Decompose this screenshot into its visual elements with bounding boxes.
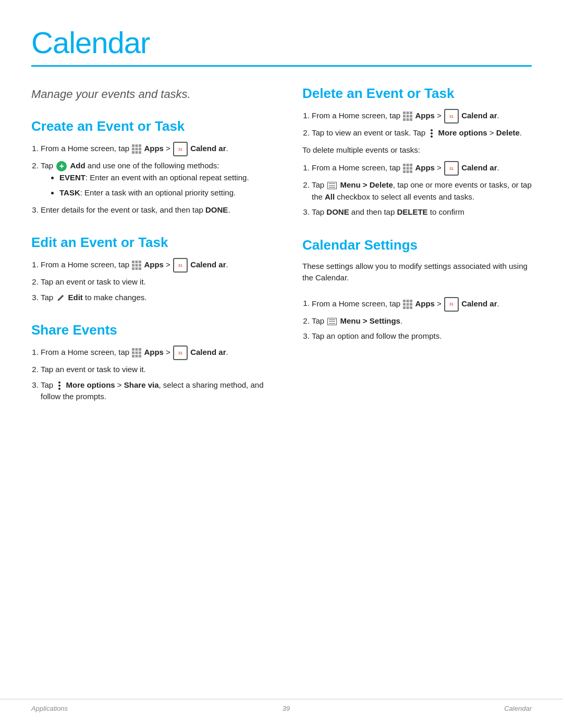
- edit-section: Edit an Event or Task From a Home screen…: [31, 235, 271, 303]
- share-steps-list: From a Home screen, tap App: [41, 346, 271, 403]
- apps-icon-6: [403, 300, 412, 309]
- svg-rect-7: [136, 151, 138, 154]
- svg-rect-9: [132, 261, 134, 263]
- apps-icon-2: [132, 261, 141, 270]
- create-step-3: Enter details for the event or task, and…: [41, 204, 271, 216]
- svg-rect-10: [136, 261, 138, 263]
- svg-rect-19: [136, 348, 138, 351]
- svg-rect-41: [410, 167, 412, 170]
- calendar-label-3: Calend ar: [190, 348, 226, 356]
- svg-rect-13: [136, 264, 138, 267]
- svg-rect-42: [403, 170, 406, 173]
- delete-steps-multiple: From a Home screen, tap App: [312, 161, 532, 218]
- apps-label-2: Apps: [144, 260, 164, 269]
- svg-rect-34: [407, 118, 409, 121]
- svg-rect-33: [403, 118, 406, 121]
- settings-step-2: Tap Menu > Settings.: [312, 315, 532, 327]
- create-step-2: Tap + Add and use one of the following m…: [41, 160, 271, 199]
- svg-rect-8: [139, 151, 141, 154]
- share-section: Share Events From a Home screen, tap: [31, 322, 271, 403]
- svg-rect-51: [403, 306, 406, 309]
- settings-section-title: Calendar Settings: [302, 237, 532, 253]
- svg-rect-35: [410, 118, 412, 121]
- svg-rect-23: [139, 352, 141, 354]
- svg-rect-3: [132, 148, 134, 151]
- share-step-1: From a Home screen, tap App: [41, 346, 271, 360]
- svg-rect-4: [136, 148, 138, 151]
- share-step-2: Tap an event or task to view it.: [41, 364, 271, 376]
- create-bullet-task: TASK: Enter a task with an optional prio…: [59, 187, 271, 199]
- apps-label: Apps: [144, 144, 164, 153]
- svg-rect-11: [139, 261, 141, 263]
- svg-rect-46: [407, 300, 409, 302]
- calendar-icon-6: 31: [444, 297, 459, 312]
- svg-rect-14: [139, 264, 141, 267]
- svg-rect-47: [410, 300, 412, 302]
- footer: Applications 39 Calendar: [0, 699, 563, 712]
- settings-steps-list: From a Home screen, tap App: [312, 297, 532, 342]
- menu-icon-delete: [327, 182, 337, 189]
- svg-rect-40: [407, 167, 409, 170]
- page: Calendar Manage your events and tasks. C…: [0, 0, 563, 728]
- svg-rect-17: [139, 267, 141, 270]
- calendar-icon-4: 31: [444, 109, 459, 124]
- svg-rect-25: [136, 355, 138, 357]
- delete-multi-step-1: From a Home screen, tap App: [312, 161, 532, 176]
- footer-center: 39: [282, 705, 289, 712]
- svg-rect-37: [407, 164, 409, 166]
- apps-icon-4: [403, 112, 412, 121]
- delete-section: Delete an Event or Task From a Home scre…: [302, 85, 532, 218]
- create-step-1: From a Home screen, tap App: [41, 142, 271, 156]
- svg-rect-43: [407, 170, 409, 173]
- apps-icon-3: [132, 348, 141, 357]
- svg-rect-45: [403, 300, 406, 302]
- settings-step-1: From a Home screen, tap App: [312, 297, 532, 312]
- svg-rect-36: [403, 164, 406, 166]
- svg-rect-24: [132, 355, 134, 357]
- share-section-title: Share Events: [31, 322, 271, 338]
- svg-rect-2: [139, 144, 141, 147]
- share-step-3: Tap More options > Share via, select a s…: [41, 379, 271, 403]
- more-options-icon-share: [56, 381, 63, 390]
- apps-icon: [132, 144, 141, 154]
- settings-description: These settings allow you to modify setti…: [302, 261, 532, 284]
- title-divider: [31, 65, 532, 67]
- page-title: Calendar: [31, 25, 532, 60]
- svg-rect-28: [407, 112, 409, 114]
- create-section-title: Create an Event or Task: [31, 118, 271, 134]
- calendar-icon-3: 31: [173, 346, 188, 360]
- add-label: Add: [70, 161, 85, 170]
- create-steps-list: From a Home screen, tap App: [41, 142, 271, 216]
- delete-section-title: Delete an Event or Task: [302, 85, 532, 102]
- svg-rect-39: [403, 167, 406, 170]
- svg-rect-0: [132, 144, 134, 147]
- create-bullet-event: EVENT: Enter an event with an optional r…: [59, 172, 271, 184]
- more-options-icon-delete: [428, 129, 435, 138]
- delete-multiple-note: To delete multiple events or tasks:: [302, 144, 532, 156]
- edit-steps-list: From a Home screen, tap App: [41, 258, 271, 303]
- calendar-icon-1: 31: [173, 142, 188, 156]
- main-content: Manage your events and tasks. Create an …: [31, 85, 532, 422]
- apps-label-3: Apps: [144, 348, 164, 356]
- apps-icon-5: [403, 164, 412, 173]
- add-icon: +: [56, 161, 67, 171]
- svg-rect-5: [139, 148, 141, 151]
- svg-rect-31: [407, 115, 409, 118]
- svg-rect-48: [403, 303, 406, 305]
- svg-rect-21: [132, 352, 134, 354]
- svg-rect-44: [410, 170, 412, 173]
- settings-section: Calendar Settings These settings allow y…: [302, 237, 532, 342]
- create-bullets: EVENT: Enter an event with an optional r…: [59, 172, 271, 199]
- tagline: Manage your events and tasks.: [31, 85, 271, 103]
- svg-rect-1: [136, 144, 138, 147]
- svg-rect-49: [407, 303, 409, 305]
- svg-rect-27: [403, 112, 406, 114]
- edit-section-title: Edit an Event or Task: [31, 235, 271, 251]
- delete-multi-step-3: Tap DONE and then tap DELETE to confirm: [312, 206, 532, 218]
- svg-rect-29: [410, 112, 412, 114]
- svg-rect-30: [403, 115, 406, 118]
- svg-rect-26: [139, 355, 141, 357]
- svg-rect-6: [132, 151, 134, 154]
- settings-step-3: Tap an option and follow the prompts.: [312, 330, 532, 342]
- delete-step-2: Tap to view an event or task. Tap More o…: [312, 127, 532, 139]
